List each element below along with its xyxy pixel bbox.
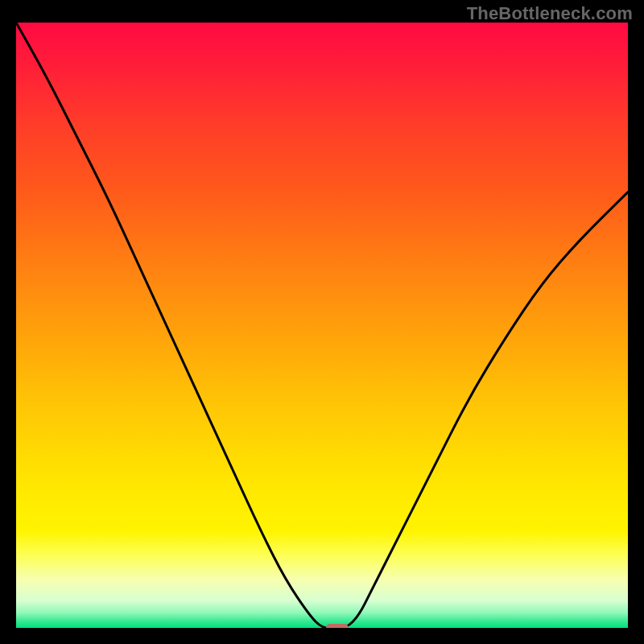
optimal-marker — [326, 624, 349, 628]
chart-frame: TheBottleneck.com — [0, 0, 644, 644]
bottleneck-plot — [16, 23, 628, 628]
watermark-label: TheBottleneck.com — [467, 3, 633, 24]
plot-svg — [16, 23, 628, 628]
gradient-background — [16, 23, 628, 628]
